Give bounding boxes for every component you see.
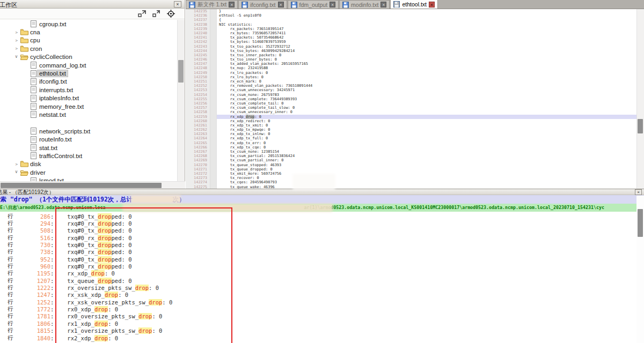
tree-item-trafficControl.txt[interactable]: trafficControl.txt [0,152,177,160]
chevron-down-icon[interactable]: ∨ [13,169,20,174]
editor-line[interactable]: 142237{ [186,18,636,22]
editor-line[interactable]: 142274 tx_cqes: 204596490793 [186,180,636,184]
search-result-row[interactable]: 行1840:rx2_xdp_drop: 0 [0,334,636,341]
tab-fdm_output[interactable]: fdm_output× [288,0,339,9]
editor-line[interactable]: 142270 tx_queue_stopped: 46393 [186,163,636,167]
editor-line[interactable]: 142262 rx_xdp_tx_mpwqe: 0 [186,128,636,132]
tab-close-icon[interactable]: × [380,2,386,8]
editor-line[interactable]: 142251 rx_ecn_mark: 0 [186,79,636,84]
editor-line[interactable]: 142273 tx_recover: 0 [186,176,636,180]
search-result-row[interactable]: 行1806:rx1_xdp_drop: 0 [0,320,636,327]
tab-ifconfig.txt[interactable]: ifconfig.txt× [238,0,287,9]
editor-line[interactable]: 142268 tx_csum_partial: 205153836424 [186,154,636,158]
editor-line[interactable]: 142264 rx_xdp_tx_full: 0 [186,136,636,140]
tree-horizontal-scrollbar[interactable] [0,181,185,189]
tab-close-icon[interactable]: × [278,2,284,8]
search-result-row[interactable]: 行952:txq#0_tx_dropped: 0 [0,256,636,263]
tree-item-routeInfo.txt[interactable]: routeInfo.txt [0,135,177,143]
tree-item-iptablesInfo.txt[interactable]: iptablesInfo.txt [0,94,177,102]
editor-line[interactable]: 142248 tx_nop: 232419588 [186,66,636,70]
editor-line[interactable]: 142261 rx_xdp_tx_xmit: 0 [186,123,636,128]
tree-item-cgroup.txt[interactable]: cgroup.txt [0,20,177,28]
editor-line[interactable]: 142253 rx_csum_unnecessary: 34245971 [186,88,636,92]
search-result-row[interactable]: 行960:rxq#0_rx_dropped: 0 [0,263,636,270]
editor-line[interactable]: 142252 rx_removed_vlan_packets: 73651009… [186,84,636,88]
editor-line[interactable]: 142272 tx_xmit_more: 569724756 [186,172,636,176]
tree-item-disk[interactable]: >disk [0,160,177,168]
tab-新文件 1.txt[interactable]: 新文件 1.txt× [186,0,238,9]
editor-line[interactable]: 142265 rx_xdp_tx_err: 0 [186,141,636,145]
expand-all-icon[interactable] [138,10,146,17]
editor-line[interactable]: 142254 rx_csum_none: 26759783 [186,93,636,97]
tree-item-interrupts.txt[interactable]: interrupts.txt [0,86,177,94]
editor-vertical-scrollbar-thumb[interactable] [638,119,643,133]
editor-line[interactable]: 142241 tx_packets: 507354668642 [186,35,636,40]
editor-line[interactable]: 142247 tx_added_vlan_packets: 2051659571… [186,62,636,66]
editor-line[interactable]: 142250 rx_lro_bytes: 0 [186,75,636,79]
chevron-right-icon[interactable]: > [13,162,20,167]
editor-line[interactable]: 142236ethtool -S enp1s0f0 [186,13,636,18]
editor-line[interactable]: 142267 tx_csum_none: 12385154 [186,150,636,154]
tab-close-icon[interactable]: × [229,2,235,8]
editor-line[interactable]: 142235} [186,9,636,13]
editor-line[interactable]: 142259 rx_xdp_drop: 0 [186,115,636,119]
tree-item-driver[interactable]: ∨driver [0,168,177,176]
editor-line[interactable]: 142243 tx_tso_packets: 35272932712 [186,44,636,49]
editor-line[interactable]: 142263 rx_xdp_tx_inlnw: 0 [186,132,636,136]
editor-line[interactable]: 142240 rx_bytes: 735960572057411 [186,31,636,35]
editor-line[interactable]: 142255 rx_csum_complete: 736449389393 [186,97,636,101]
tree-item-cyclicCollection[interactable]: ∨cyclicCollection [0,53,177,61]
search-result-row[interactable]: 行516:rxq#0_rx_dropped: 0 [0,234,636,241]
editor-line[interactable]: 142244 tx_tso_bytes: 463099429284214 [186,49,636,53]
editor-line[interactable]: 142256 rx_csum_complete_tail: 0 [186,101,636,106]
tree-item-stat.txt[interactable]: stat.txt [0,144,177,152]
tree-vertical-scrollbar-thumb[interactable] [178,60,184,83]
editor-line[interactable]: 142246 tx_tso_inner_bytes: 0 [186,57,636,62]
search-result-row[interactable]: 行1815:rx1_oversize_pkts_sw_drop: 0 [0,327,636,334]
tree-item-cpu[interactable]: >cpu [0,36,177,44]
collapse-all-icon[interactable] [152,10,160,17]
editor-line[interactable]: 142249 rx_lro_packets: 0 [186,71,636,75]
editor-vertical-scrollbar[interactable] [636,9,644,189]
editor-line[interactable]: 142238NIC statistics: [186,23,636,27]
chevron-down-icon[interactable]: ∨ [13,54,20,59]
editor-line[interactable]: 142239 rx_packets: 736510395147 [186,27,636,31]
results-close-icon[interactable]: × [635,189,642,195]
tree-item-netstat.txt[interactable]: netstat.txt [0,110,177,118]
chevron-right-icon[interactable]: > [13,30,20,35]
editor-line[interactable]: 142258 rx_csum_unnecessary_inner: 0 [186,110,636,114]
search-result-row[interactable]: 行730:txq#0_tx_dropped: 0 [0,241,636,248]
tree-item-ifconfig.txt[interactable]: ifconfig.txt [0,78,177,86]
tree-item-cna[interactable]: >cna [0,28,177,36]
tab-modinfo.txt[interactable]: modinfo.txt× [339,0,390,9]
results-vertical-scrollbar-thumb[interactable] [638,209,643,237]
editor-line[interactable]: 142242 tx_bytes: 514607839753959 [186,40,636,44]
search-result-row[interactable]: 行286:txq#0_tx_dropped: 0 [0,213,636,220]
tree-item-command_log.txt[interactable]: command_log.txt [0,61,177,69]
tab-close-icon[interactable]: × [330,2,335,8]
search-result-row[interactable]: 行508:txq#0_tx_dropped: 0 [0,227,636,234]
workspace-close-icon[interactable]: × [174,1,181,8]
editor-line[interactable]: 142275 tx_queue_wake: 46396 [186,185,636,189]
editor-line[interactable]: 142245 tx_tso_inner_packets: 0 [186,53,636,57]
editor-line[interactable]: 142271 tx_queue_dropped: 0 [186,167,636,172]
search-result-row[interactable]: 行738:rxq#0_rx_dropped: 0 [0,249,636,256]
tree-item-ethtool.txt[interactable]: ethtool.txt [0,69,177,77]
tree-item-network_scripts.txt[interactable]: network_scripts.txt [0,127,177,135]
chevron-right-icon[interactable]: > [13,46,20,51]
results-vertical-scrollbar[interactable] [636,196,644,343]
tree-item-lsmod.txt[interactable]: lsmod.txt [0,176,177,181]
search-result-row[interactable]: 行1772:rx0_xdp_drop: 0 [0,305,636,312]
editor-line[interactable]: 142269 tx_csum_partial_inner: 0 [186,158,636,162]
tree-horizontal-scrollbar-thumb[interactable] [1,183,162,188]
editor-line[interactable]: 142260 rx_xdp_redirect: 0 [186,119,636,123]
tab-ethtool.txt[interactable]: ethtool.txt× [390,0,438,9]
locate-file-icon[interactable] [167,10,175,18]
editor-line[interactable]: 142266 rx_xdp_tx_cqe: 0 [186,145,636,150]
search-result-row[interactable]: 行1781:rx0_oversize_pkts_sw_drop: 0 [0,313,636,320]
search-result-row[interactable]: 行1207:tx_queue_dropped: 0 [0,277,636,284]
tree-vertical-scrollbar[interactable] [177,20,185,181]
tab-close-icon[interactable]: × [429,2,435,8]
editor-text-area[interactable]: 142235}142236ethtool -S enp1s0f0142237{1… [186,9,636,189]
editor-line[interactable]: 142257 rx_csum_complete_tail_slow: 0 [186,106,636,110]
